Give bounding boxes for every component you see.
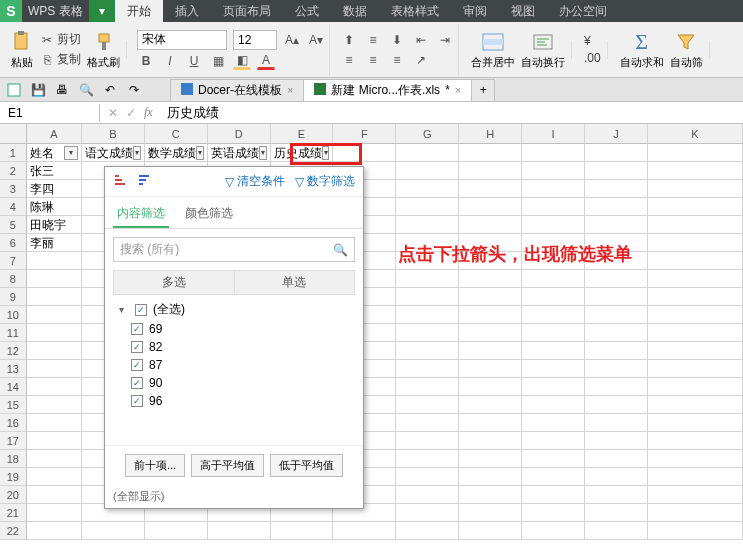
cell-I3[interactable] — [522, 180, 585, 198]
cell-I12[interactable] — [522, 342, 585, 360]
font-name-select[interactable] — [137, 30, 227, 50]
cell-H1[interactable] — [459, 144, 522, 162]
menu-item-8[interactable]: 办公空间 — [547, 0, 619, 22]
menu-item-7[interactable]: 视图 — [499, 0, 547, 22]
cell-I13[interactable] — [522, 360, 585, 378]
row-header-5[interactable]: 5 — [0, 216, 27, 234]
cell-H3[interactable] — [459, 180, 522, 198]
autosum-button[interactable]: Σ 自动求和 — [618, 28, 666, 72]
cell-G14[interactable] — [396, 378, 459, 396]
cell-K6[interactable] — [648, 234, 743, 252]
cell-K14[interactable] — [648, 378, 743, 396]
filter-dropdown-d[interactable]: ▾ — [259, 146, 267, 160]
cell-G5[interactable] — [396, 216, 459, 234]
filter-item-4[interactable]: ✓96 — [113, 392, 355, 410]
filter-item-0[interactable]: ✓69 — [113, 320, 355, 338]
cell-D1[interactable]: 英语成绩▾ — [208, 144, 271, 162]
doc-tab-0[interactable]: Docer-在线模板× — [170, 79, 304, 101]
cell-A8[interactable] — [27, 270, 82, 288]
cell-H10[interactable] — [459, 306, 522, 324]
format-painter-button[interactable]: 格式刷 — [85, 28, 122, 72]
cell-H2[interactable] — [459, 162, 522, 180]
cell-A6[interactable]: 李丽 — [27, 234, 82, 252]
wrap-text-button[interactable]: 自动换行 — [519, 28, 567, 72]
row-header-3[interactable]: 3 — [0, 180, 27, 198]
cell-I8[interactable] — [522, 270, 585, 288]
select-all-corner[interactable] — [0, 124, 27, 143]
cell-I21[interactable] — [522, 504, 585, 522]
row-header-12[interactable]: 12 — [0, 342, 27, 360]
cell-K16[interactable] — [648, 414, 743, 432]
cell-J2[interactable] — [585, 162, 648, 180]
title-dropdown[interactable]: ▾ — [89, 0, 115, 22]
menu-item-2[interactable]: 页面布局 — [211, 0, 283, 22]
cell-I9[interactable] — [522, 288, 585, 306]
menu-item-0[interactable]: 开始 — [115, 0, 163, 22]
menu-item-5[interactable]: 表格样式 — [379, 0, 451, 22]
align-top-icon[interactable]: ⬆ — [340, 31, 358, 49]
cell-K4[interactable] — [648, 198, 743, 216]
cell-J14[interactable] — [585, 378, 648, 396]
align-mid-icon[interactable]: ≡ — [364, 31, 382, 49]
row-header-15[interactable]: 15 — [0, 396, 27, 414]
cell-A15[interactable] — [27, 396, 82, 414]
cell-J18[interactable] — [585, 450, 648, 468]
cell-E1[interactable]: 历史成绩▾ — [271, 144, 334, 162]
checkbox-icon[interactable]: ✓ — [131, 377, 143, 389]
cell-K12[interactable] — [648, 342, 743, 360]
col-header-J[interactable]: J — [585, 124, 648, 143]
align-left-icon[interactable]: ≡ — [340, 51, 358, 69]
redo-icon[interactable]: ↷ — [126, 82, 142, 98]
new-icon[interactable] — [6, 82, 22, 98]
cell-I19[interactable] — [522, 468, 585, 486]
col-header-C[interactable]: C — [145, 124, 208, 143]
cell-B22[interactable] — [82, 522, 145, 540]
cell-G4[interactable] — [396, 198, 459, 216]
cell-H12[interactable] — [459, 342, 522, 360]
save-icon[interactable]: 💾 — [30, 82, 46, 98]
cell-I22[interactable] — [522, 522, 585, 540]
cell-I16[interactable] — [522, 414, 585, 432]
cell-H19[interactable] — [459, 468, 522, 486]
row-header-8[interactable]: 8 — [0, 270, 27, 288]
cell-A22[interactable] — [27, 522, 82, 540]
cell-H21[interactable] — [459, 504, 522, 522]
cell-A19[interactable] — [27, 468, 82, 486]
cell-C22[interactable] — [145, 522, 208, 540]
copy-button[interactable]: ⎘复制 — [38, 50, 83, 69]
row-header-4[interactable]: 4 — [0, 198, 27, 216]
row-header-19[interactable]: 19 — [0, 468, 27, 486]
cell-A12[interactable] — [27, 342, 82, 360]
number-filter-link[interactable]: ▽数字筛选 — [295, 173, 355, 190]
filter-item-all[interactable]: ▾✓(全选) — [113, 299, 355, 320]
align-right-icon[interactable]: ≡ — [388, 51, 406, 69]
cell-J5[interactable] — [585, 216, 648, 234]
cell-J19[interactable] — [585, 468, 648, 486]
filter-item-1[interactable]: ✓82 — [113, 338, 355, 356]
filter-item-2[interactable]: ✓87 — [113, 356, 355, 374]
sort-desc-icon[interactable] — [137, 174, 155, 190]
menu-item-6[interactable]: 审阅 — [451, 0, 499, 22]
cell-A3[interactable]: 李四 — [27, 180, 82, 198]
cell-A18[interactable] — [27, 450, 82, 468]
cell-I17[interactable] — [522, 432, 585, 450]
cell-A5[interactable]: 田晓宇 — [27, 216, 82, 234]
menu-item-4[interactable]: 数据 — [331, 0, 379, 22]
col-header-D[interactable]: D — [208, 124, 271, 143]
row-header-13[interactable]: 13 — [0, 360, 27, 378]
filter-search-input[interactable]: 搜索 (所有) 🔍 — [113, 237, 355, 262]
cell-I2[interactable] — [522, 162, 585, 180]
row-header-2[interactable]: 2 — [0, 162, 27, 180]
font-color-button[interactable]: A — [257, 52, 275, 70]
tree-collapse-icon[interactable]: ▾ — [119, 304, 129, 315]
col-header-F[interactable]: F — [333, 124, 396, 143]
fx-icon[interactable]: fx — [144, 105, 153, 120]
row-header-17[interactable]: 17 — [0, 432, 27, 450]
cell-B1[interactable]: 语文成绩▾ — [82, 144, 145, 162]
cell-H8[interactable] — [459, 270, 522, 288]
cut-button[interactable]: ✂剪切 — [38, 30, 83, 49]
row-header-16[interactable]: 16 — [0, 414, 27, 432]
name-box[interactable]: E1 — [0, 104, 100, 122]
bold-button[interactable]: B — [137, 52, 155, 70]
border-button[interactable]: ▦ — [209, 52, 227, 70]
